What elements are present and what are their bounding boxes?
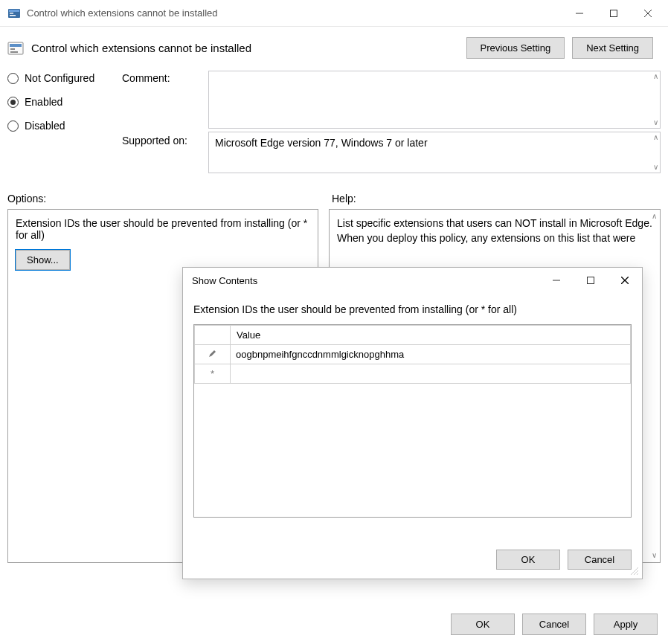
supported-on-label: Supported on: — [122, 132, 202, 146]
radio-label: Not Configured — [25, 72, 94, 84]
titlebar: Control which extensions cannot be insta… — [0, 0, 668, 27]
comment-textbox[interactable]: ∧ ∨ — [208, 71, 661, 129]
dialog-minimize-button[interactable] — [539, 269, 574, 292]
edit-row-icon — [195, 345, 231, 364]
grid-column-value: Value — [231, 326, 631, 345]
svg-rect-10 — [10, 48, 15, 50]
radio-not-configured[interactable]: Not Configured — [7, 72, 116, 84]
resize-grip-icon[interactable] — [629, 565, 639, 576]
radio-icon — [7, 73, 19, 84]
options-label: Options: — [7, 193, 318, 205]
ok-button[interactable]: OK — [451, 614, 515, 635]
scroll-up-icon[interactable]: ∧ — [653, 73, 658, 80]
scroll-up-icon[interactable]: ∧ — [653, 134, 658, 141]
policy-icon — [7, 40, 24, 57]
values-grid[interactable]: Value * — [193, 324, 632, 518]
scroll-up-icon[interactable]: ∧ — [652, 213, 657, 220]
scroll-down-icon[interactable]: ∨ — [653, 164, 658, 171]
apply-button[interactable]: Apply — [594, 614, 658, 635]
previous-setting-button[interactable]: Previous Setting — [466, 37, 565, 59]
maximize-button[interactable] — [597, 1, 631, 25]
minimize-button[interactable] — [562, 1, 597, 25]
svg-line-18 — [637, 573, 638, 575]
dialog-ok-button[interactable]: OK — [496, 550, 560, 570]
window-title: Control which extensions cannot be insta… — [27, 7, 562, 19]
show-contents-dialog: Show Contents Extension IDs the user sho… — [182, 267, 643, 579]
header-row: Control which extensions cannot be insta… — [0, 27, 668, 66]
dialog-titlebar: Show Contents — [183, 268, 642, 293]
policy-title: Control which extensions cannot be insta… — [31, 42, 466, 54]
svg-rect-2 — [10, 13, 13, 14]
dialog-title: Show Contents — [192, 275, 539, 286]
app-icon — [7, 7, 21, 20]
radio-icon — [7, 97, 19, 108]
help-text: List specific extensions that users can … — [337, 217, 652, 244]
grid-corner-header — [195, 326, 231, 345]
radio-label: Disabled — [25, 120, 65, 132]
svg-rect-13 — [588, 277, 594, 284]
next-setting-button[interactable]: Next Setting — [572, 37, 653, 59]
comment-label: Comment: — [122, 71, 202, 84]
supported-on-textbox: Microsoft Edge version 77, Windows 7 or … — [208, 132, 661, 173]
cancel-button[interactable]: Cancel — [522, 614, 586, 635]
empty-cell[interactable] — [231, 364, 631, 384]
radio-label: Enabled — [25, 96, 62, 108]
show-button[interactable]: Show... — [16, 250, 70, 270]
help-label: Help: — [318, 193, 661, 205]
scroll-down-icon[interactable]: ∨ — [652, 552, 657, 559]
radio-disabled[interactable]: Disabled — [7, 120, 116, 132]
value-input[interactable] — [231, 346, 629, 363]
radio-enabled[interactable]: Enabled — [7, 96, 116, 108]
svg-rect-1 — [9, 10, 19, 12]
svg-rect-11 — [10, 51, 18, 53]
grid-new-row[interactable]: * — [195, 364, 631, 384]
dialog-description: Extension IDs the user should be prevent… — [193, 303, 632, 315]
dialog-close-button[interactable] — [608, 269, 642, 292]
grid-row[interactable] — [195, 345, 631, 364]
svg-rect-5 — [611, 10, 617, 16]
close-button[interactable] — [631, 1, 665, 25]
dialog-cancel-button[interactable]: Cancel — [568, 550, 632, 570]
dialog-maximize-button[interactable] — [574, 269, 608, 292]
options-description: Extension IDs the user should be prevent… — [16, 217, 310, 241]
radio-icon — [7, 120, 19, 132]
supported-on-text: Microsoft Edge version 77, Windows 7 or … — [215, 137, 428, 149]
new-row-marker: * — [195, 364, 231, 384]
svg-rect-3 — [10, 15, 16, 16]
scroll-down-icon[interactable]: ∨ — [653, 119, 658, 126]
svg-rect-9 — [10, 44, 22, 47]
